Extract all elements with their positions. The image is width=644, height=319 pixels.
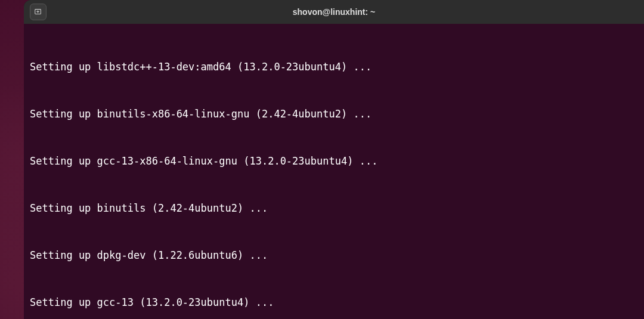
terminal-output-line: Setting up binutils-x86-64-linux-gnu (2.… [30,106,638,122]
new-tab-icon [34,8,42,16]
terminal-output-line: Setting up binutils (2.42-4ubuntu2) ... [30,200,638,216]
terminal-output-line: Setting up gcc-13-x86-64-linux-gnu (13.2… [30,153,638,169]
terminal-output-line: Setting up libstdc++-13-dev:amd64 (13.2.… [30,59,638,75]
terminal-content[interactable]: Setting up libstdc++-13-dev:amd64 (13.2.… [24,24,644,319]
terminal-output-line: Setting up dpkg-dev (1.22.6ubuntu6) ... [30,247,638,263]
new-tab-button[interactable] [30,4,47,20]
title-bar: shovon@linuxhint: ~ [24,0,644,24]
terminal-window: shovon@linuxhint: ~ Setting up libstdc++… [24,0,644,319]
terminal-output-line: Setting up gcc-13 (13.2.0-23ubuntu4) ... [30,295,638,310]
window-title: shovon@linuxhint: ~ [293,7,375,17]
